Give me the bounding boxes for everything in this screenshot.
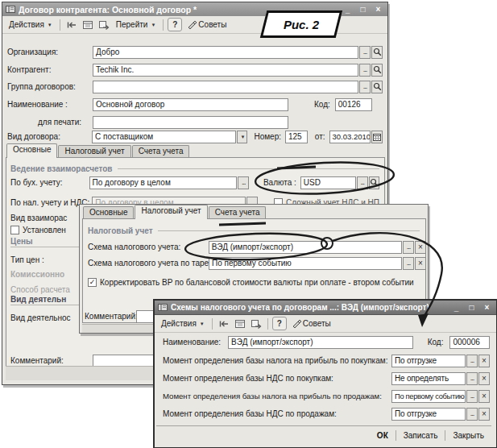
tare-clear-button[interactable]: × — [415, 257, 426, 270]
date-field[interactable]: 30.03.2010 — [329, 131, 371, 143]
help-button[interactable]: ? — [168, 18, 182, 31]
print-field[interactable] — [93, 116, 288, 129]
tab-scheta-ucheta[interactable]: Счета учета — [132, 145, 190, 158]
reread-icon[interactable] — [217, 317, 231, 330]
goto-menu-button[interactable]: Перейти▼ — [113, 19, 159, 30]
close-action-button[interactable]: Закрыть — [445, 430, 491, 441]
tips-button[interactable]: Советы — [288, 318, 334, 330]
schema-name-field[interactable]: ВЭД (импорт/экспорт) — [228, 336, 413, 349]
tab-nalogovyj-uchet[interactable]: Налоговый учет — [58, 145, 130, 158]
close-button[interactable]: × — [372, 5, 384, 14]
number-field[interactable]: 125 — [285, 131, 308, 143]
ok-button[interactable]: ОК — [370, 430, 396, 441]
group-open-button[interactable] — [371, 81, 383, 93]
magnifier-icon — [373, 82, 382, 91]
contractor-label: Контрагент: — [7, 65, 93, 74]
tips-icon — [292, 319, 301, 329]
adjust-checkbox-label: Корректировать ВР по балансовой стоимост… — [100, 278, 414, 287]
row-clear-button[interactable]: × — [478, 355, 490, 367]
panel-tab-osnovnye[interactable]: Основные — [83, 206, 134, 219]
kind-combo[interactable]: С поставщиком — [92, 131, 235, 143]
scheme-field[interactable]: ВЭД (импорт/экспорт) — [209, 241, 402, 254]
contractor-field[interactable]: Techik Inc. — [93, 64, 358, 77]
accounting-label: По бух. учету: — [10, 178, 89, 187]
maximize-button[interactable]: □ — [466, 303, 478, 312]
org-lookup-button[interactable]: ... — [359, 46, 371, 59]
org-field[interactable]: Добро — [93, 46, 358, 59]
tips-button[interactable]: Советы — [184, 19, 230, 31]
row-clear-button[interactable]: × — [478, 408, 490, 421]
calendar-icon — [373, 133, 381, 141]
related-info-icon[interactable] — [249, 317, 263, 330]
org-row: Организация: Добро ... — [7, 45, 383, 59]
screenshot-canvas: Договор контрагента: Основной договор * … — [0, 0, 497, 448]
panel-tab-nalogovyj-uchet[interactable]: Налоговый учет — [135, 205, 207, 219]
activity-header: Вид деятельн — [10, 293, 80, 305]
schema-window-titlebar[interactable]: Схемы налогового учета по договорам ...:… — [155, 301, 496, 315]
tare-scheme-field[interactable]: По первому событию — [209, 257, 402, 270]
reread-icon[interactable] — [64, 18, 79, 31]
contractor-open-button[interactable] — [371, 64, 383, 77]
kind-dropdown-button[interactable]: ▼ — [237, 131, 248, 143]
group-lookup-button[interactable]: ... — [359, 81, 371, 93]
set-checkbox[interactable] — [10, 226, 19, 234]
figure-tag: Рис. 2 — [260, 10, 342, 38]
print-name-row: для печати: — [7, 115, 383, 129]
row-label: Момент определения базы налога на прибыл… — [163, 356, 391, 365]
print-label: для печати: — [7, 118, 93, 127]
code-field[interactable]: 00126 — [335, 98, 372, 111]
name-field[interactable]: Основной договор — [93, 98, 288, 111]
related-info-icon[interactable] — [97, 18, 111, 31]
accounting-row: По бух. учету: По договору в целом ... В… — [10, 176, 379, 189]
row-value-field[interactable]: Не определять — [391, 372, 466, 385]
org-open-button[interactable] — [371, 46, 383, 59]
row-value-field[interactable]: По первому событию — [391, 390, 466, 403]
scheme-lookup-button[interactable]: ... — [403, 241, 414, 254]
minimize-button[interactable]: _ — [342, 5, 354, 14]
chevron-down-icon: ▼ — [48, 23, 52, 27]
row-value-field[interactable]: По отгрузке — [391, 355, 466, 367]
tare-lookup-button[interactable]: ... — [403, 257, 414, 270]
close-button[interactable]: × — [481, 303, 493, 312]
set-checkbox-label: Установлен — [23, 226, 66, 234]
currency-lookup-button[interactable]: ... — [357, 176, 367, 189]
structure-icon[interactable] — [81, 18, 95, 31]
panel-tab-scheta-ucheta[interactable]: Счета учета — [209, 206, 267, 219]
contractor-row: Контрагент: Techik Inc. ... — [7, 63, 383, 77]
tab-osnovnye[interactable]: Основные — [6, 143, 57, 158]
row-lookup-button[interactable]: ... — [466, 390, 478, 403]
row-value-field[interactable]: По отгрузке — [391, 408, 466, 421]
magnifier-icon — [373, 48, 382, 56]
schema-code-field[interactable]: 000006 — [449, 336, 490, 349]
document-icon — [6, 5, 15, 14]
actions-menu-button[interactable]: Действия▼ — [158, 318, 208, 329]
adjust-checkbox-row: ✓ Корректировать ВР по балансовой стоимо… — [88, 276, 420, 289]
scheme-label: Схема налогового учета: — [88, 243, 209, 251]
currency-field[interactable]: USD — [300, 176, 356, 189]
schema-row-2: Момент определения базы НДС по покупкам:… — [163, 371, 490, 385]
contractor-lookup-button[interactable]: ... — [359, 64, 371, 77]
row-lookup-button[interactable]: ... — [466, 372, 478, 385]
document-icon — [158, 303, 168, 312]
write-button[interactable]: Записать — [396, 430, 445, 441]
minimize-button[interactable]: _ — [450, 303, 462, 312]
code-label: Код: — [314, 100, 330, 109]
structure-icon[interactable] — [233, 317, 247, 330]
toolbar-separator — [163, 19, 164, 31]
scheme-clear-button[interactable]: × — [415, 241, 426, 254]
row-lookup-button[interactable]: ... — [466, 355, 478, 367]
adjust-checkbox[interactable]: ✓ — [88, 278, 97, 287]
tips-icon — [187, 20, 197, 30]
row-lookup-button[interactable]: ... — [466, 408, 478, 421]
help-button[interactable]: ? — [272, 317, 287, 330]
accounting-lookup-button[interactable]: ... — [238, 176, 248, 189]
date-calendar-button[interactable] — [371, 131, 383, 143]
actions-menu-button[interactable]: Действия▼ — [6, 19, 56, 30]
maximize-button[interactable]: □ — [357, 5, 369, 14]
currency-label: Валюта : — [263, 178, 296, 187]
row-clear-button[interactable]: × — [478, 372, 490, 385]
currency-open-button[interactable] — [369, 176, 379, 189]
accounting-field[interactable]: По договору в целом — [89, 176, 238, 189]
group-field[interactable] — [93, 81, 358, 93]
row-clear-button[interactable]: × — [478, 390, 490, 403]
